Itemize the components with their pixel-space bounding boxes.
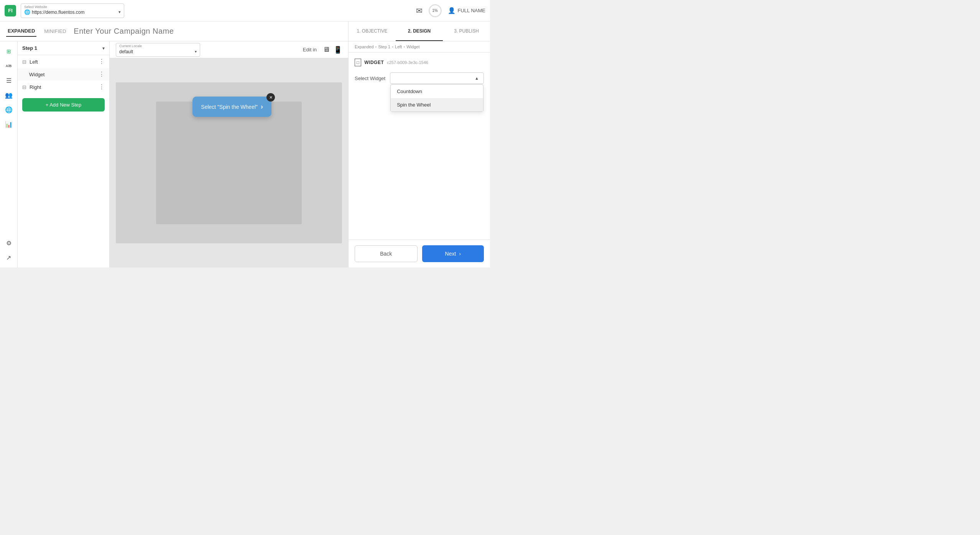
sidebar-icon-users[interactable]: 👥 [2,88,16,102]
globe-icon: 🌐 [24,9,30,15]
tooltip-close-button[interactable]: ✕ [266,93,275,102]
tab-publish[interactable]: 3. PUBLISH [443,21,490,41]
dropdown-item-spin-the-wheel[interactable]: Spin the Wheel [391,98,483,112]
tree-item-left-dots[interactable]: ⋮ [99,59,105,65]
user-name: FULL NAME [458,8,485,13]
sidebar-icon-layers[interactable]: ☰ [2,74,16,87]
sidebar-icon-settings[interactable]: ⚙ [2,236,16,250]
tree-item-right-icon: ⊟ [22,84,26,90]
widget-id: c257-b009-3e3c-1546 [387,60,428,65]
sidebar-icon-export[interactable]: ↗ [2,251,16,264]
sidebar-icon-globe[interactable]: 🌐 [2,103,16,117]
locale-value: default [119,49,133,54]
tooltip-balloon: Select "Spin the Wheel" › ✕ [192,97,271,117]
tree-sub-item-widget-dots[interactable]: ⋮ [99,71,105,77]
website-selector[interactable]: Select Website 🌐 https://demo.fluentos.c… [21,3,124,18]
tree-item-left-icon: ⊟ [22,59,26,65]
next-arrow-icon: › [459,251,461,257]
tree-item-right-dots[interactable]: ⋮ [99,84,105,90]
sidebar-icon-ab[interactable]: A/B [2,59,16,73]
website-url: https://demo.fluentos.com [32,10,117,15]
tooltip-text: Select "Spin the Wheel" [201,104,258,110]
widget-section-icon: □ [355,59,361,66]
tree-item-right[interactable]: ⊟ Right ⋮ [18,80,109,94]
canvas-placeholder [156,102,302,224]
tree-sub-item-widget[interactable]: Widget ⋮ [18,68,109,80]
select-widget-dropdown[interactable]: ▲ Countdown Spin the Wheel [390,72,484,84]
add-new-step-button[interactable]: + Add New Step [22,98,105,112]
select-widget-chevron-icon: ▲ [475,76,479,80]
desktop-icon[interactable]: 🖥 [323,46,330,54]
tree-sub-item-widget-label: Widget [29,72,99,77]
mobile-icon[interactable]: 📱 [334,46,342,54]
sidebar-icon-chart[interactable]: 📊 [2,117,16,131]
tab-objective[interactable]: 1. OBJECTIVE [349,21,396,41]
progress-circle: 1% [429,4,442,17]
locale-chevron-icon[interactable]: ▾ [195,49,197,54]
tab-expanded[interactable]: EXPANDED [6,26,36,37]
breadcrumb: Expanded • Step 1 • Left • Widget [349,41,490,53]
edit-in-label: Edit in [303,47,317,53]
user-icon: 👤 [448,7,455,14]
tree-item-left-label: Left [30,59,99,65]
logo: FI [5,5,16,16]
tab-design[interactable]: 2. DESIGN [396,21,443,41]
select-widget-label: Select Widget [355,75,385,81]
next-button[interactable]: Next › [422,245,484,262]
step-chevron-icon[interactable]: ▾ [102,46,105,51]
tooltip-arrow-icon: › [261,103,263,111]
step-title: Step 1 [22,45,37,51]
widget-dropdown-menu: Countdown Spin the Wheel [390,84,483,112]
tree-item-left[interactable]: ⊟ Left ⋮ [18,55,109,68]
notification-icon[interactable]: ✉ [416,6,423,15]
campaign-name-input[interactable] [74,27,342,36]
tab-minified[interactable]: MINIFIED [43,26,67,36]
sidebar-icon-dashboard[interactable]: ⊞ [2,44,16,58]
user-section[interactable]: 👤 FULL NAME [448,7,485,14]
widget-title: WIDGET [364,60,384,65]
website-chevron-icon: ▾ [118,10,121,15]
tree-item-right-label: Right [30,84,99,90]
website-selector-label: Select Website [24,5,47,9]
current-locale-label: Current Locale [119,44,142,48]
back-button[interactable]: Back [355,245,418,262]
dropdown-item-countdown[interactable]: Countdown [391,85,483,98]
